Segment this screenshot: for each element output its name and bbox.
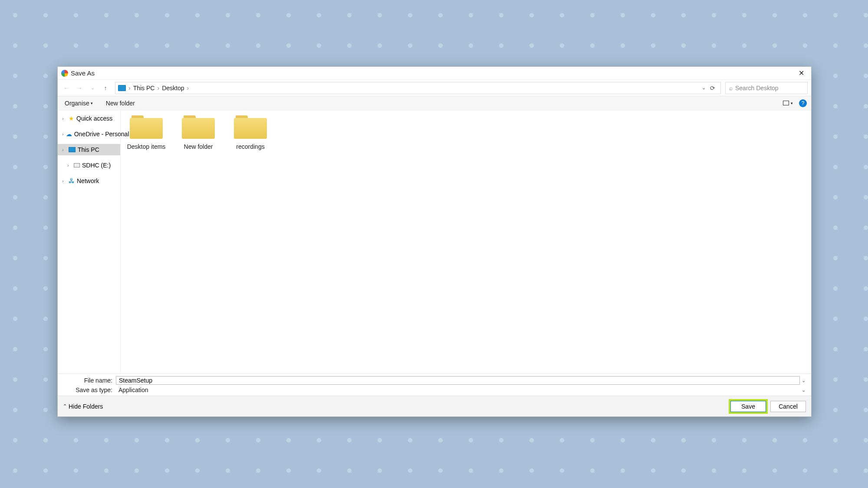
folder-item[interactable]: New folder <box>179 115 218 150</box>
navigation-bar: ← → ⌄ ↑ › This PC › Desktop › ⌄ ⟳ ⌕ Sear… <box>58 80 811 96</box>
recent-dropdown-icon[interactable]: ⌄ <box>87 83 98 93</box>
expand-icon[interactable]: › <box>62 178 66 183</box>
folder-content[interactable]: Desktop items New folder recordings <box>121 110 811 373</box>
search-placeholder: Search Desktop <box>735 85 779 92</box>
search-input[interactable]: ⌕ Search Desktop <box>725 82 808 94</box>
back-icon[interactable]: ← <box>61 83 72 93</box>
star-icon: ★ <box>69 115 74 122</box>
filename-dropdown-icon[interactable]: ⌄ <box>800 378 807 383</box>
dialog-body: › ★ Quick access › ☁ OneDrive - Personal… <box>58 110 811 373</box>
file-fields: File name: ⌄ Save as type: Application ⌄ <box>58 373 811 396</box>
cancel-label: Cancel <box>779 403 798 410</box>
file-name-label: File name: <box>62 377 116 384</box>
sidebar-item-this-pc[interactable]: › This PC <box>58 144 120 155</box>
organise-button[interactable]: Organise ▾ <box>62 99 95 108</box>
save-as-dialog: Save As ✕ ← → ⌄ ↑ › This PC › Desktop › … <box>57 66 812 417</box>
breadcrumb-this-pc[interactable]: This PC <box>133 85 155 92</box>
up-icon[interactable]: ↑ <box>100 83 111 93</box>
folder-label: Desktop items <box>127 143 166 150</box>
sidebar-item-quick-access[interactable]: › ★ Quick access <box>58 113 120 124</box>
folder-label: recordings <box>236 143 264 150</box>
expand-icon[interactable]: › <box>67 163 72 168</box>
sidebar: › ★ Quick access › ☁ OneDrive - Personal… <box>58 110 121 373</box>
chevron-right-icon: › <box>128 85 131 92</box>
expand-icon[interactable]: › <box>62 147 66 152</box>
save-button[interactable]: Save <box>730 401 766 412</box>
dropdown-icon: ▾ <box>791 101 793 105</box>
close-icon[interactable]: ✕ <box>795 68 808 78</box>
refresh-icon[interactable]: ⟳ <box>710 85 715 92</box>
folder-icon <box>234 115 267 139</box>
sd-card-icon <box>74 163 80 167</box>
chevron-right-icon: › <box>157 85 159 92</box>
new-folder-button[interactable]: New folder <box>103 99 138 108</box>
savetype-dropdown-icon[interactable]: ⌄ <box>800 387 807 393</box>
save-type-label: Save as type: <box>62 386 116 393</box>
window-title: Save As <box>71 69 95 77</box>
dialog-footer: ⌃ Hide Folders Save Cancel <box>58 396 811 416</box>
new-folder-label: New folder <box>106 100 135 107</box>
titlebar: Save As ✕ <box>58 67 811 80</box>
file-name-input[interactable] <box>116 376 800 385</box>
address-bar[interactable]: › This PC › Desktop › ⌄ ⟳ <box>115 82 721 94</box>
sidebar-item-onedrive[interactable]: › ☁ OneDrive - Personal <box>58 128 120 140</box>
expand-icon[interactable]: › <box>62 131 64 137</box>
breadcrumb-desktop[interactable]: Desktop <box>162 85 184 92</box>
cloud-icon: ☁ <box>66 131 72 138</box>
hide-folders-label: Hide Folders <box>69 403 103 410</box>
dropdown-icon: ▾ <box>91 101 93 105</box>
folder-item[interactable]: Desktop items <box>127 115 166 150</box>
sidebar-label: Quick access <box>76 115 112 122</box>
sidebar-item-network[interactable]: › 🖧 Network <box>58 175 120 187</box>
view-icon <box>783 101 789 105</box>
sidebar-label: Network <box>77 177 99 184</box>
chevron-up-icon: ⌃ <box>63 403 67 409</box>
expand-icon[interactable]: › <box>62 116 66 121</box>
address-dropdown-icon[interactable]: ⌄ <box>702 85 706 91</box>
network-icon: 🖧 <box>69 177 75 184</box>
save-type-select[interactable]: Application <box>116 386 800 394</box>
chevron-right-icon: › <box>187 85 189 92</box>
pc-icon <box>69 147 76 152</box>
toolbar: Organise ▾ New folder ▾ ? <box>58 96 811 110</box>
cancel-button[interactable]: Cancel <box>770 401 806 412</box>
forward-icon[interactable]: → <box>74 83 85 93</box>
chrome-icon <box>61 70 68 77</box>
sidebar-label: SDHC (E:) <box>82 162 111 169</box>
sidebar-item-sdhc[interactable]: › SDHC (E:) <box>58 160 120 171</box>
folder-label: New folder <box>184 143 213 150</box>
help-icon[interactable]: ? <box>799 99 807 107</box>
pc-icon <box>118 85 126 91</box>
folder-item[interactable]: recordings <box>231 115 270 150</box>
folder-icon <box>130 115 163 139</box>
folder-icon <box>182 115 215 139</box>
save-type-value: Application <box>118 386 148 393</box>
view-button[interactable]: ▾ <box>783 101 793 105</box>
hide-folders-button[interactable]: ⌃ Hide Folders <box>63 403 103 410</box>
save-label: Save <box>741 403 755 410</box>
sidebar-label: This PC <box>78 146 99 153</box>
organise-label: Organise <box>65 100 89 107</box>
search-icon: ⌕ <box>729 85 733 92</box>
